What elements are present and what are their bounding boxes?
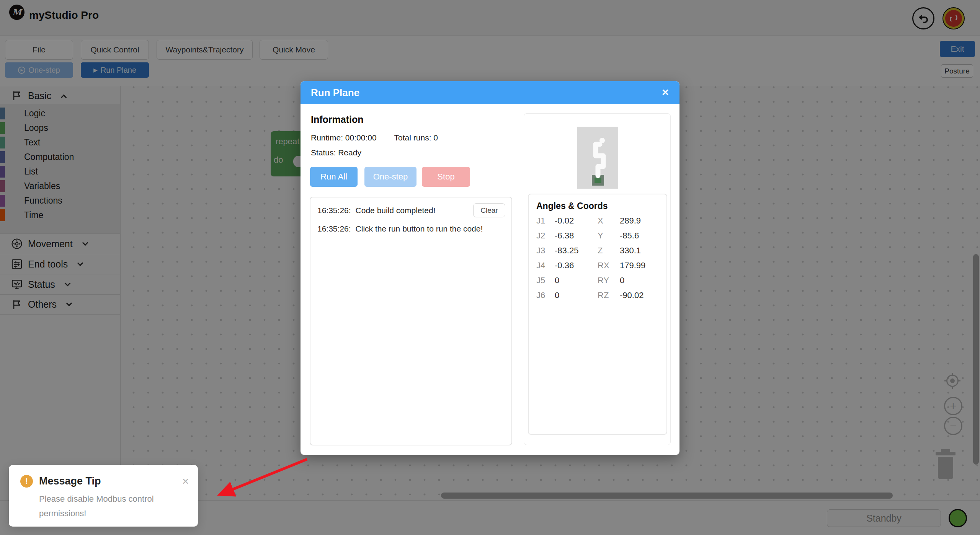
- log-text: Code build completed!: [356, 206, 436, 215]
- runtime-value: Runtime: 00:00:00: [311, 133, 377, 142]
- joint-label: J3: [536, 246, 555, 256]
- one-step-label: One-step: [373, 172, 408, 182]
- log-entry: 16:35:26:Code build completed!: [317, 206, 436, 215]
- angles-coords-panel: Angles & Coords J1-0.02X289.9 J2-6.38Y-8…: [528, 194, 667, 435]
- coord-label: RZ: [598, 290, 620, 300]
- coord-label: Y: [598, 231, 620, 241]
- angles-coords-grid: J1-0.02X289.9 J2-6.38Y-85.6 J3-83.25Z330…: [536, 216, 659, 300]
- joint-label: J5: [536, 276, 555, 285]
- close-icon[interactable]: ✕: [182, 476, 189, 487]
- angles-coords-heading: Angles & Coords: [536, 201, 608, 211]
- warning-glyph: !: [25, 476, 28, 486]
- coord-value: 330.1: [620, 246, 659, 256]
- run-log-panel: 16:35:26:Code build completed! 16:35:26:…: [310, 197, 512, 445]
- message-tip-title: Message Tip: [39, 475, 101, 487]
- dialog-header[interactable]: Run Plane ✕: [301, 81, 679, 104]
- app-root: M myStudio Pro File Quick Control Waypoi…: [0, 0, 980, 535]
- coord-label: X: [598, 216, 620, 226]
- coord-value: -90.02: [620, 290, 659, 300]
- log-timestamp: 16:35:26:: [317, 206, 351, 215]
- status-value: Status: Ready: [311, 148, 361, 157]
- information-heading: Information: [311, 114, 364, 125]
- warning-icon: !: [20, 475, 33, 488]
- run-all-label: Run All: [320, 172, 347, 182]
- stop-button[interactable]: Stop: [422, 167, 470, 187]
- joint-value: -6.38: [555, 231, 598, 241]
- coord-value: -85.6: [620, 231, 659, 241]
- runtime-line: Runtime: 00:00:00 Total runs: 0: [311, 133, 438, 142]
- clear-label: Clear: [480, 206, 498, 215]
- stop-label: Stop: [437, 172, 454, 182]
- clear-log-button[interactable]: Clear: [473, 203, 505, 217]
- total-runs-value: Total runs: 0: [394, 133, 438, 142]
- run-all-button[interactable]: Run All: [310, 167, 358, 187]
- log-text: Click the run button to run the code!: [356, 224, 483, 233]
- joint-label: J4: [536, 261, 555, 271]
- run-plane-dialog: Run Plane ✕ Information Runtime: 00:00:0…: [301, 81, 679, 455]
- message-tip-text: permissions!: [39, 509, 86, 519]
- joint-label: J6: [536, 290, 555, 300]
- coord-label: Z: [598, 246, 620, 256]
- joint-label: J1: [536, 216, 555, 226]
- log-timestamp: 16:35:26:: [317, 224, 351, 233]
- joint-value: -0.02: [555, 216, 598, 226]
- robot-arm-image: [577, 127, 618, 189]
- log-entry: 16:35:26:Click the run button to run the…: [317, 224, 483, 233]
- coord-value: 0: [620, 276, 659, 285]
- coord-value: 179.99: [620, 261, 659, 271]
- joint-value: 0: [555, 290, 598, 300]
- message-tip-toast: ! Message Tip ✕ Please disable Modbus co…: [9, 465, 198, 527]
- joint-value: -83.25: [555, 246, 598, 256]
- close-icon[interactable]: ✕: [662, 87, 669, 98]
- coord-value: 289.9: [620, 216, 659, 226]
- dialog-title: Run Plane: [311, 87, 359, 99]
- joint-label: J2: [536, 231, 555, 241]
- message-tip-text: Please disable Modbus control: [39, 494, 154, 504]
- robot-state-panel: Angles & Coords J1-0.02X289.9 J2-6.38Y-8…: [524, 113, 671, 445]
- coord-label: RY: [598, 276, 620, 285]
- coord-label: RX: [598, 261, 620, 271]
- joint-value: 0: [555, 276, 598, 285]
- joint-value: -0.36: [555, 261, 598, 271]
- one-step-button[interactable]: One-step: [364, 167, 416, 187]
